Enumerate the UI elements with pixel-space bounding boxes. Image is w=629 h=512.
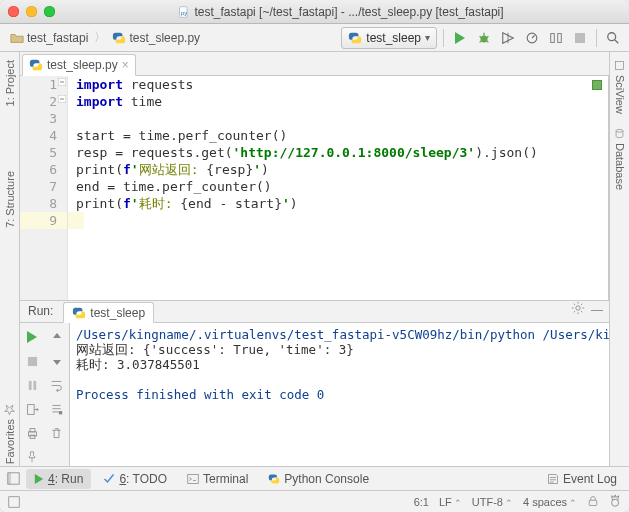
breadcrumb-project[interactable]: test_fastapi bbox=[6, 27, 92, 49]
stop-button[interactable] bbox=[570, 27, 590, 49]
exit-button[interactable] bbox=[22, 399, 43, 419]
svg-rect-4 bbox=[551, 33, 555, 42]
tw-todo[interactable]: 6: TODO bbox=[95, 469, 175, 489]
inspection-icon[interactable] bbox=[609, 494, 623, 510]
indent[interactable]: 4 spaces⌃ bbox=[523, 496, 577, 508]
svg-point-24 bbox=[612, 499, 619, 506]
soft-wrap-button[interactable] bbox=[47, 375, 68, 395]
toolwindows-toggle[interactable] bbox=[4, 468, 22, 490]
svg-point-9 bbox=[616, 129, 623, 132]
tw-pyconsole[interactable]: Python Console bbox=[260, 469, 377, 489]
concurrency-button[interactable] bbox=[546, 27, 566, 49]
zoom-window-button[interactable] bbox=[44, 6, 55, 17]
run-title: Run: bbox=[28, 304, 57, 322]
debug-button[interactable] bbox=[474, 27, 494, 49]
pin-button[interactable] bbox=[22, 447, 43, 467]
run-config-selector[interactable]: test_sleep ▾ bbox=[341, 27, 437, 49]
svg-rect-15 bbox=[59, 411, 62, 414]
python-file-icon bbox=[112, 31, 126, 45]
pause-button[interactable] bbox=[22, 375, 43, 395]
breadcrumb-project-label: test_fastapi bbox=[27, 31, 88, 45]
close-window-button[interactable] bbox=[8, 6, 19, 17]
run-header: Run: test_sleep — bbox=[20, 301, 609, 323]
svg-rect-14 bbox=[27, 404, 34, 414]
breadcrumb-file-label: test_sleep.py bbox=[129, 31, 200, 45]
svg-rect-11 bbox=[28, 356, 37, 365]
window-titlebar: py test_fastapi [~/test_fastapi] - .../t… bbox=[0, 0, 629, 24]
svg-point-7 bbox=[608, 32, 616, 40]
rerun-button[interactable] bbox=[22, 327, 43, 347]
nav-toolbar: test_fastapi 〉 test_sleep.py test_sleep … bbox=[0, 24, 629, 52]
svg-rect-12 bbox=[29, 380, 32, 389]
folder-icon bbox=[10, 31, 24, 45]
traffic-lights bbox=[8, 6, 55, 17]
profile-button[interactable] bbox=[522, 27, 542, 49]
toolwindows-quick-button[interactable] bbox=[6, 491, 22, 513]
caret-position[interactable]: 6:1 bbox=[414, 496, 429, 508]
breadcrumbs[interactable]: test_fastapi 〉 test_sleep.py bbox=[6, 27, 204, 49]
tw-run[interactable]: 4: Run bbox=[26, 469, 91, 489]
run-tab-label: test_sleep bbox=[90, 306, 145, 320]
scroll-down-button[interactable] bbox=[47, 351, 68, 371]
scroll-to-end-button[interactable] bbox=[47, 399, 68, 419]
encoding[interactable]: UTF-8⌃ bbox=[472, 496, 513, 508]
python-file-icon: py bbox=[178, 6, 190, 18]
svg-rect-20 bbox=[7, 473, 10, 484]
coverage-button[interactable] bbox=[498, 27, 518, 49]
editor-tab-label: test_sleep.py bbox=[47, 58, 118, 72]
python-icon bbox=[268, 473, 280, 485]
minimize-window-button[interactable] bbox=[26, 6, 37, 17]
svg-rect-5 bbox=[558, 33, 562, 42]
svg-rect-13 bbox=[33, 380, 36, 389]
run-tool-window: Run: test_sleep — » bbox=[20, 300, 609, 465]
search-everywhere-button[interactable] bbox=[603, 27, 623, 49]
breadcrumb-separator: 〉 bbox=[94, 29, 106, 46]
editor-area: test_sleep.py × 1import requests 2import… bbox=[0, 52, 629, 300]
chevron-down-icon: ▾ bbox=[425, 32, 430, 43]
right-toolwindow-bar: SciView Database bbox=[609, 52, 629, 482]
left-toolwindow-bar: 1: Project 7: Structure 2: Favorites bbox=[0, 52, 20, 482]
close-tab-icon[interactable]: × bbox=[122, 58, 129, 72]
window-title-text: test_fastapi [~/test_fastapi] - .../test… bbox=[194, 5, 503, 19]
tool-project[interactable]: 1: Project bbox=[4, 54, 16, 112]
tw-eventlog[interactable]: Event Log bbox=[539, 469, 625, 489]
svg-rect-23 bbox=[589, 500, 597, 505]
separator bbox=[443, 29, 444, 47]
print-button[interactable] bbox=[22, 423, 43, 443]
trash-button[interactable] bbox=[47, 423, 68, 443]
separator bbox=[596, 29, 597, 47]
line-separator[interactable]: LF⌃ bbox=[439, 496, 462, 508]
tool-structure[interactable]: 7: Structure bbox=[4, 165, 16, 234]
svg-rect-22 bbox=[9, 496, 20, 507]
tool-sciview[interactable]: SciView bbox=[614, 54, 626, 120]
window-title: py test_fastapi [~/test_fastapi] - .../t… bbox=[61, 5, 621, 19]
readonly-toggle[interactable] bbox=[587, 495, 599, 509]
svg-text:py: py bbox=[181, 10, 187, 16]
minimize-tool-icon[interactable]: — bbox=[591, 303, 603, 317]
run-tab[interactable]: test_sleep bbox=[63, 302, 154, 323]
tw-terminal[interactable]: Terminal bbox=[179, 469, 256, 489]
breadcrumb-file[interactable]: test_sleep.py bbox=[108, 27, 204, 49]
scroll-up-button[interactable] bbox=[47, 327, 68, 347]
tool-database[interactable]: Database bbox=[614, 122, 626, 196]
python-file-icon bbox=[72, 306, 86, 320]
svg-rect-21 bbox=[188, 474, 199, 483]
statusbar: 6:1 LF⌃ UTF-8⌃ 4 spaces⌃ bbox=[0, 490, 629, 512]
run-config-label: test_sleep bbox=[366, 31, 421, 45]
editor-tabstrip: test_sleep.py × bbox=[0, 52, 629, 76]
svg-rect-17 bbox=[30, 428, 35, 431]
svg-point-10 bbox=[576, 306, 580, 310]
python-file-icon bbox=[348, 31, 362, 45]
editor-tab-current[interactable]: test_sleep.py × bbox=[22, 54, 136, 76]
bottom-toolwindow-bar: 4: Run 6: TODO Terminal Python Console E… bbox=[0, 466, 629, 490]
gear-icon[interactable] bbox=[571, 301, 585, 318]
svg-rect-6 bbox=[575, 33, 585, 43]
python-file-icon bbox=[29, 58, 43, 72]
stop-button[interactable] bbox=[22, 351, 43, 371]
run-button[interactable] bbox=[450, 27, 470, 49]
svg-rect-8 bbox=[615, 61, 623, 69]
code-editor[interactable]: 1import requests 2import time 3 4start =… bbox=[20, 76, 609, 300]
